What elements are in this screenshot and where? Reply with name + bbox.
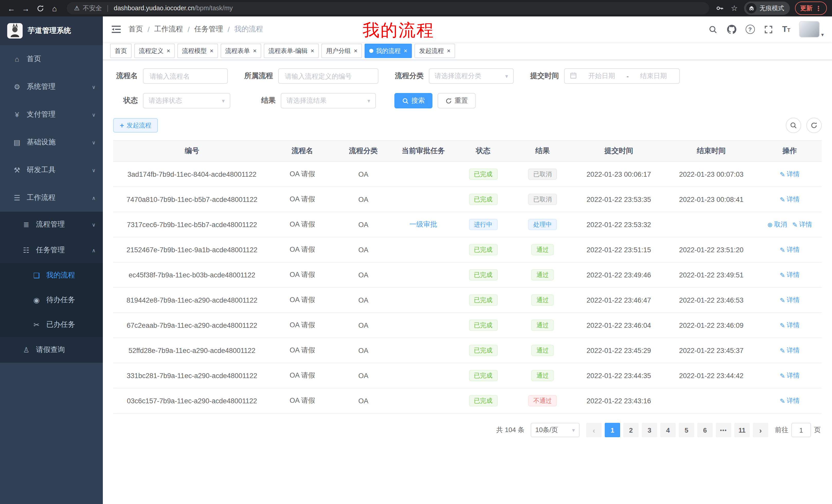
- goto-page: 前往 页: [775, 423, 821, 437]
- cell-actions: ✎详情: [757, 162, 822, 187]
- view-tab[interactable]: 首页: [110, 44, 132, 58]
- pager-more-button[interactable]: •••: [716, 423, 731, 437]
- docs-help-icon[interactable]: ?: [745, 24, 755, 34]
- detail-action-link[interactable]: ✎详情: [792, 220, 812, 229]
- current-task-link[interactable]: 一级审批: [409, 220, 437, 228]
- next-page-button[interactable]: ›: [753, 423, 768, 437]
- sidebar-item[interactable]: ✂已办任务: [0, 312, 103, 337]
- detail-action-link[interactable]: ✎详情: [780, 396, 800, 405]
- browser-back-icon[interactable]: ←: [5, 2, 18, 15]
- cancel-action-link[interactable]: ⊗取消: [767, 220, 787, 229]
- category-select[interactable]: 请选择流程分类 ▾: [429, 68, 514, 84]
- sidebar-item[interactable]: ¥支付管理∨: [0, 101, 103, 129]
- sidebar-item[interactable]: ⚙系统管理∨: [0, 73, 103, 101]
- cell-id: 7317cec6-7b9b-11ec-b5b7-acde48001122: [113, 212, 271, 237]
- url-text[interactable]: dashboard.yudao.iocoder.cn/bpm/task/my: [114, 5, 233, 12]
- browser-reload-icon[interactable]: [34, 2, 46, 15]
- sidebar-item-label: 支付管理: [27, 110, 92, 119]
- detail-action-link[interactable]: ✎详情: [780, 371, 800, 380]
- page-number-button[interactable]: 5: [679, 423, 694, 437]
- main-area: 首页/工作流程/任务管理/我的流程 我的流程 ? TT: [103, 17, 832, 504]
- github-icon[interactable]: [727, 24, 736, 34]
- reset-button[interactable]: 重置: [438, 93, 476, 108]
- page-size-select[interactable]: 10条/页 ▾: [531, 423, 579, 437]
- browser-home-icon[interactable]: ⌂: [48, 2, 61, 15]
- sidebar-item[interactable]: ◉待办任务: [0, 288, 103, 312]
- page-number-button[interactable]: 11: [734, 423, 750, 437]
- detail-action-link[interactable]: ✎详情: [780, 346, 800, 355]
- user-avatar[interactable]: ▾: [799, 21, 824, 37]
- action-label: 详情: [787, 170, 800, 178]
- result-select[interactable]: 请选择流结果 ▾: [281, 93, 376, 108]
- process-name-input[interactable]: [149, 72, 222, 80]
- tab-close-icon[interactable]: ×: [311, 47, 314, 54]
- toggle-search-button[interactable]: [786, 118, 801, 133]
- tab-close-icon[interactable]: ×: [166, 47, 170, 54]
- fullscreen-icon[interactable]: [763, 24, 773, 34]
- chevron-down-icon: ▾: [821, 32, 824, 37]
- font-size-icon[interactable]: TT: [782, 25, 790, 34]
- view-tab[interactable]: 发起流程×: [414, 44, 455, 58]
- edit-icon: ✎: [780, 296, 785, 304]
- breadcrumb-item[interactable]: 任务管理: [194, 25, 223, 34]
- browser-forward-icon[interactable]: →: [20, 2, 32, 15]
- breadcrumb-item[interactable]: 首页: [129, 25, 143, 34]
- goto-page-input[interactable]: [791, 423, 811, 437]
- browser-update-button[interactable]: 更新 ⋮: [795, 2, 827, 15]
- view-tab[interactable]: 我的流程×: [365, 44, 412, 58]
- tab-close-icon[interactable]: ×: [210, 47, 213, 54]
- sidebar-item[interactable]: ⚒研发工具∨: [0, 156, 103, 184]
- address-bar[interactable]: ⚠ 不安全 dashboard.yudao.iocoder.cn/bpm/tas…: [67, 2, 709, 15]
- detail-action-link[interactable]: ✎详情: [780, 321, 800, 330]
- create-process-button[interactable]: + 发起流程: [113, 118, 158, 133]
- prev-page-button[interactable]: ‹: [586, 423, 602, 437]
- page-number-button[interactable]: 1: [605, 423, 620, 437]
- result-tag: 处理中: [528, 219, 557, 230]
- cell-id: 7470a810-7b9b-11ec-b5b7-acde48001122: [113, 187, 271, 212]
- breadcrumb-item[interactable]: 工作流程: [154, 25, 183, 34]
- page-number-button[interactable]: 6: [697, 423, 713, 437]
- cell-actions: ✎详情: [757, 237, 822, 262]
- detail-action-link[interactable]: ✎详情: [780, 195, 800, 204]
- detail-action-link[interactable]: ✎详情: [780, 245, 800, 254]
- tab-close-icon[interactable]: ×: [354, 47, 357, 54]
- submit-time-range-picker[interactable]: 开始日期 - 结束日期: [564, 68, 680, 84]
- detail-action-link[interactable]: ✎详情: [780, 296, 800, 304]
- view-tab[interactable]: 流程定义×: [134, 44, 175, 58]
- page-number-button[interactable]: 2: [623, 423, 639, 437]
- sidebar-item[interactable]: ❑我的流程: [0, 263, 103, 288]
- sidebar-item[interactable]: ▤基础设施∨: [0, 129, 103, 156]
- sidebar-item[interactable]: ☷任务管理∧: [0, 237, 103, 263]
- status-select[interactable]: 请选择状态 ▾: [143, 93, 230, 108]
- detail-action-link[interactable]: ✎详情: [780, 170, 800, 178]
- view-tab[interactable]: 流程表单-编辑×: [264, 44, 319, 58]
- sidebar-item[interactable]: ≣流程管理∨: [0, 212, 103, 237]
- refresh-table-button[interactable]: [806, 118, 822, 133]
- view-tab[interactable]: 流程表单×: [220, 44, 261, 58]
- tab-close-icon[interactable]: ×: [447, 47, 450, 54]
- sidebar-item[interactable]: ♙请假查询: [0, 337, 103, 363]
- parent-process-input[interactable]: [284, 72, 373, 80]
- edit-icon: ✎: [780, 195, 785, 203]
- tab-close-icon[interactable]: ×: [253, 47, 257, 54]
- view-tab[interactable]: 用户分组×: [321, 44, 362, 58]
- detail-action-link[interactable]: ✎详情: [780, 271, 800, 279]
- sidebar-item[interactable]: ⌂首页: [0, 45, 103, 73]
- page-number-button[interactable]: 3: [642, 423, 657, 437]
- view-tab[interactable]: 流程模型×: [177, 44, 218, 58]
- search-button[interactable]: 搜索: [394, 93, 433, 108]
- bookmark-star-icon[interactable]: ☆: [730, 4, 739, 13]
- result-tag: 已取消: [528, 169, 557, 180]
- incognito-badge[interactable]: 无痕模式: [744, 2, 790, 15]
- password-key-icon[interactable]: [715, 4, 725, 13]
- sidebar-item[interactable]: ☰工作流程∧: [0, 184, 103, 212]
- page-number-button[interactable]: 4: [660, 423, 676, 437]
- toolbar-right: [786, 118, 822, 133]
- browser-menu-icon[interactable]: ⋮: [815, 4, 822, 12]
- security-label[interactable]: 不安全: [83, 4, 102, 12]
- sidebar-toggle-icon[interactable]: [111, 24, 121, 34]
- sidebar-logo[interactable]: 芋道管理系统: [0, 17, 103, 45]
- tab-close-icon[interactable]: ×: [404, 47, 407, 54]
- sidebar-item-label: 我的流程: [46, 271, 103, 280]
- header-search-icon[interactable]: [708, 24, 718, 34]
